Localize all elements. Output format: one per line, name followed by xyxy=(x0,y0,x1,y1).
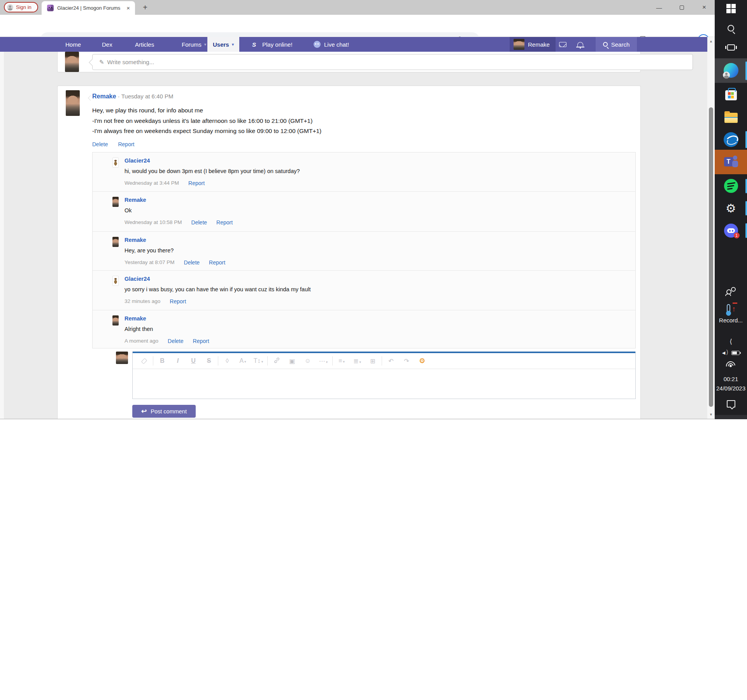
tab-close-icon[interactable]: × xyxy=(125,5,131,11)
browser-signin-button[interactable]: Sign in xyxy=(4,2,38,12)
tab-title: Glacier24 | Smogon Forums xyxy=(57,5,122,11)
strikethrough-button[interactable]: S xyxy=(201,357,217,364)
file-explorer-button[interactable] xyxy=(715,112,747,124)
start-button[interactable] xyxy=(715,2,747,15)
comment-author-link[interactable]: Glacier24 xyxy=(124,158,150,164)
delete-link[interactable]: Delete xyxy=(168,338,183,344)
avatar[interactable] xyxy=(112,276,119,286)
write-something-input[interactable]: ✎ Write something... xyxy=(92,54,693,70)
delete-link[interactable]: Delete xyxy=(92,141,108,147)
nav-account-menu[interactable]: Remake xyxy=(510,37,556,52)
post-author-link[interactable]: Remake xyxy=(92,93,116,100)
remove-format-button[interactable] xyxy=(136,357,152,364)
new-tab-button[interactable]: + xyxy=(140,3,150,12)
delete-link[interactable]: Delete xyxy=(191,219,207,226)
taskbar-clock[interactable]: 00:21 xyxy=(715,375,747,383)
italic-button[interactable]: I xyxy=(170,357,186,364)
scrollbar-thumb[interactable] xyxy=(709,107,713,407)
comment-author-link[interactable]: Remake xyxy=(124,237,146,243)
volume-battery-tray[interactable]: ◀ xyxy=(715,348,747,357)
nav-item-play-online[interactable]: S Play online! xyxy=(252,37,293,52)
avatar[interactable] xyxy=(112,197,119,207)
insert-image-button[interactable]: ▣ xyxy=(284,357,300,365)
font-size-button[interactable]: T↕▾ xyxy=(251,357,266,364)
report-link[interactable]: Report xyxy=(118,141,134,147)
nav-item-forums[interactable]: Forums▾ xyxy=(182,37,206,52)
battlenet-icon xyxy=(724,132,738,147)
post-timestamp[interactable]: Tuesday at 6:40 PM xyxy=(121,93,174,100)
show-hidden-icons-button[interactable]: ⟨ xyxy=(715,337,747,346)
comment-editor[interactable]: B I U S ◊ A▾ T↕▾ ▣ ☺ ⋯▾ ≡▾ xyxy=(132,352,636,399)
chevron-down-icon[interactable]: ▾ xyxy=(232,42,234,47)
window-maximize-button[interactable] xyxy=(673,0,691,15)
wifi-button[interactable] xyxy=(715,360,747,369)
report-link[interactable]: Report xyxy=(188,180,205,186)
report-link[interactable]: Report xyxy=(209,259,225,266)
comment-timestamp: Wednesday at 10:58 PM xyxy=(124,219,182,226)
spotify-button[interactable] xyxy=(715,179,747,193)
divider xyxy=(382,356,382,366)
post-comment-button[interactable]: ↩ Post comment xyxy=(132,405,196,418)
nav-item-articles[interactable]: Articles xyxy=(135,37,154,52)
nav-item-dex[interactable]: Dex xyxy=(102,37,112,52)
more-options-button[interactable]: ⋯▾ xyxy=(316,357,331,365)
avatar[interactable] xyxy=(66,90,80,116)
teams-button[interactable]: T xyxy=(715,155,747,169)
comment-text: hi, would you be down 3pm est (I believe… xyxy=(124,168,300,174)
text-color-button[interactable]: ◊ xyxy=(219,357,235,364)
report-link[interactable]: Report xyxy=(193,338,209,344)
delete-link[interactable]: Delete xyxy=(184,259,200,266)
task-view-button[interactable] xyxy=(715,41,747,54)
alerts-button[interactable] xyxy=(577,37,583,52)
comment-author-link[interactable]: Remake xyxy=(124,315,146,322)
post-line: -I'm not free on weekdays unless it's la… xyxy=(92,116,321,126)
emoji-button[interactable]: ☺ xyxy=(300,357,316,364)
insert-table-button[interactable]: ⊞ xyxy=(365,357,381,365)
divider xyxy=(153,356,153,366)
comment-author-link[interactable]: Remake xyxy=(124,197,146,203)
action-center-button[interactable] xyxy=(715,398,747,409)
window-close-button[interactable]: × xyxy=(695,0,713,15)
scroll-down-icon[interactable]: ▼ xyxy=(707,413,715,416)
browser-tab[interactable]: Glacier24 | Smogon Forums × xyxy=(42,1,135,15)
avatar[interactable] xyxy=(112,315,119,326)
undo-button[interactable]: ↶ xyxy=(383,357,399,365)
editor-settings-button[interactable]: ⚙ xyxy=(414,357,430,365)
window-minimize-button[interactable]: — xyxy=(650,0,668,15)
avatar[interactable] xyxy=(112,237,119,247)
nav-item-live-chat[interactable]: Live chat! xyxy=(314,37,349,52)
settings-button[interactable]: ⚙ xyxy=(715,201,747,215)
scroll-up-icon[interactable]: ▲ xyxy=(707,39,715,43)
comment-textarea[interactable] xyxy=(133,369,635,399)
battlenet-button[interactable] xyxy=(715,132,747,147)
discord-button[interactable]: 1 xyxy=(715,224,747,238)
list-button[interactable]: ≣▾ xyxy=(349,357,365,365)
bold-button[interactable]: B xyxy=(154,357,170,364)
taskbar-search-button[interactable] xyxy=(715,22,747,34)
nav-search-button[interactable]: Search xyxy=(596,37,637,52)
microsoft-store-button[interactable] xyxy=(715,89,747,102)
running-indicator xyxy=(745,61,747,80)
record-label: Record... xyxy=(715,316,747,324)
insert-link-button[interactable] xyxy=(269,357,284,365)
record-tool-button[interactable]: ↑ xyxy=(715,304,747,316)
redo-button[interactable]: ↷ xyxy=(399,357,414,365)
taskbar-date[interactable]: 24/09/2023 xyxy=(715,384,747,392)
comment-author-link[interactable]: Glacier24 xyxy=(124,276,150,282)
inbox-button[interactable] xyxy=(559,37,566,52)
post-line: Hey, we play this round, for info about … xyxy=(92,105,321,116)
report-link[interactable]: Report xyxy=(170,298,186,304)
edge-icon xyxy=(724,63,738,78)
alignment-button[interactable]: ≡▾ xyxy=(334,357,349,364)
nav-item-home[interactable]: Home xyxy=(65,37,81,52)
edge-app-button[interactable] xyxy=(715,63,747,78)
nav-item-users-active[interactable]: Users▾ xyxy=(207,37,239,52)
font-family-button[interactable]: A▾ xyxy=(235,357,251,364)
avatar[interactable] xyxy=(65,52,79,72)
avatar[interactable] xyxy=(112,158,119,168)
vertical-scrollbar[interactable]: ▲ ▼ xyxy=(707,37,715,419)
comment-timestamp: A moment ago xyxy=(124,338,158,344)
report-link[interactable]: Report xyxy=(216,219,233,226)
underline-button[interactable]: U xyxy=(186,357,201,364)
people-button[interactable] xyxy=(715,286,747,297)
